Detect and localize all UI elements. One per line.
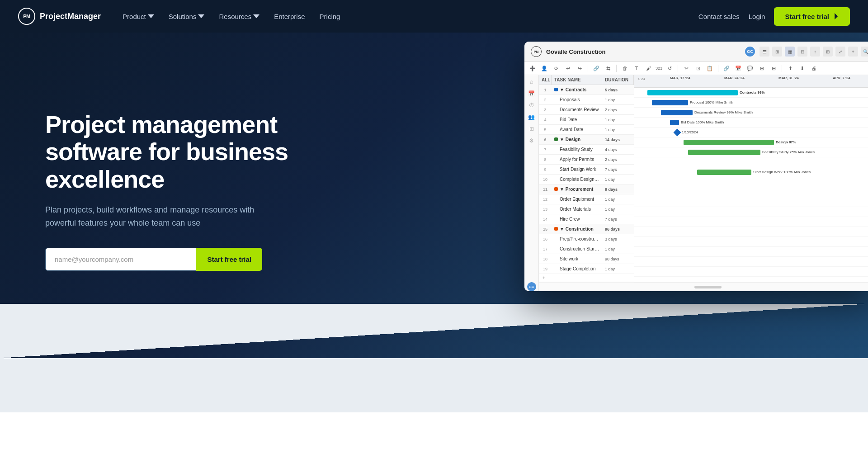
bar-row-16 (634, 237, 868, 247)
nav-solutions[interactable]: Solutions (163, 9, 210, 24)
table-icon[interactable]: ⊟ (797, 47, 807, 57)
table-row: 4 Bid Date 1 day (539, 115, 634, 125)
bar-row-8 (634, 157, 868, 167)
gantt-project-title: Govalle Construction (546, 48, 741, 55)
col-task-name: TASK NAME (552, 75, 602, 85)
bar-row-4: Bid Date 100% Mike Smith (634, 118, 868, 128)
divider5 (782, 65, 782, 72)
bar-row-12 (634, 197, 868, 207)
nav-enterprise[interactable]: Enterprise (269, 9, 310, 24)
bar-label-contracts: Contracts 99% (740, 90, 765, 95)
bar-label-award: 1/10/2024 (682, 130, 698, 134)
bar-label-bid: Bid Date 100% Mike Smith (681, 120, 724, 124)
paste-btn[interactable]: 📋 (705, 64, 714, 73)
unlink-btn[interactable]: ⇆ (604, 64, 613, 73)
count-label: 323 (656, 66, 662, 71)
table-row: 18 Site work 90 days (539, 254, 634, 264)
expand-icon[interactable]: ⤢ (835, 47, 845, 57)
clock-icon[interactable]: ⏱ (529, 102, 534, 109)
gantt-toolbar2: ➕ 👤 ⟳ ↩ ↪ 🔗 ⇆ 🗑 T 🖌 323 ↺ ✂ ⊡ 📋 🔗 (524, 62, 868, 75)
gantt-chart: 0'24 MAR, 17 '24 MAR, 24 '24 MAR, 31 '24… (634, 75, 868, 282)
table-row: 13 Order Materials 1 day (539, 204, 634, 214)
copy-btn[interactable]: ⊡ (693, 64, 703, 73)
bar-contracts (647, 90, 738, 95)
chart-icon[interactable]: ↑ (810, 47, 820, 57)
bar-row-18 (634, 257, 868, 267)
people-icon[interactable]: 👥 (528, 114, 535, 120)
gantt-main: ALL TASK NAME DURATION 1 ▼ Contracts 5 d… (539, 75, 868, 291)
bar-row-14 (634, 217, 868, 227)
gantt-pm-icon: PM (531, 46, 542, 57)
start-trial-button-hero[interactable]: Start free trial (196, 248, 262, 271)
table-row: 17 Construction Start Date 1 day (539, 244, 634, 254)
format-icon[interactable]: ⊞ (772, 47, 782, 57)
divider1 (588, 65, 588, 72)
home-icon[interactable]: ⌂ (530, 79, 533, 85)
delete-btn[interactable]: 🗑 (620, 64, 629, 73)
gantt-scrollbar[interactable] (694, 286, 722, 288)
plus-icon[interactable]: + (848, 47, 858, 57)
email-input[interactable] (45, 248, 196, 271)
rows-btn[interactable]: ⊞ (757, 64, 766, 73)
add-person-btn[interactable]: 👤 (540, 64, 549, 73)
undo-btn[interactable]: ↩ (563, 64, 572, 73)
link2-btn[interactable]: 🔗 (592, 64, 601, 73)
login-link[interactable]: Login (749, 13, 765, 20)
settings-icon[interactable]: ⚙ (529, 137, 534, 144)
bar-row-11 (634, 187, 868, 197)
bar-row-1: Contracts 99% (634, 88, 868, 98)
hero-content: Project management software for business… (45, 111, 298, 271)
nav-product[interactable]: Product (117, 9, 160, 24)
calendar-icon[interactable]: 📅 (528, 90, 535, 97)
nav-resources[interactable]: Resources (213, 9, 265, 24)
bar-design (684, 140, 774, 145)
paint-btn[interactable]: 🖌 (644, 64, 653, 73)
table-row: 3 Documents Review 2 days (539, 105, 634, 115)
add-task-btn[interactable]: ➕ (528, 64, 537, 73)
bar-label-design-work: Start Design Work 100% Ana Jones (753, 170, 811, 174)
text-btn[interactable]: T (632, 64, 641, 73)
grid-icon[interactable]: ⊞ (823, 47, 833, 57)
menu-icon[interactable]: ☰ (760, 47, 769, 57)
gantt-task-list: ALL TASK NAME DURATION 1 ▼ Contracts 5 d… (539, 75, 634, 282)
cols-btn[interactable]: ⊟ (769, 64, 778, 73)
link3-btn[interactable]: 🔗 (722, 64, 731, 73)
search-icon[interactable]: 🔍 (861, 47, 868, 57)
bar-feasibility (688, 150, 760, 155)
avatar-small[interactable]: GC (527, 282, 536, 291)
navbar-right: Contact sales Login Start free trial (698, 7, 850, 26)
arrow-right-icon (833, 13, 839, 19)
bar-label-design: Design 87% (776, 140, 796, 144)
table-row: 19 Stage Completion 1 day (539, 264, 634, 274)
comment-btn[interactable]: 💬 (745, 64, 755, 73)
gantt-view-icon[interactable]: ▦ (785, 47, 795, 57)
bar-row-19 (634, 267, 868, 277)
link-btn[interactable]: ⟳ (552, 64, 561, 73)
bar-row-15 (634, 227, 868, 237)
nav-pricing[interactable]: Pricing (314, 9, 346, 24)
gantt-table-area: ALL TASK NAME DURATION 1 ▼ Contracts 5 d… (539, 75, 868, 282)
redo-btn[interactable]: ↪ (575, 64, 584, 73)
chevron-down-icon (148, 13, 154, 19)
col-duration: DURATION (602, 75, 634, 85)
add-row-btn[interactable]: + (539, 274, 634, 282)
logo[interactable]: PM ProjectManager (18, 8, 101, 25)
start-trial-button-nav[interactable]: Start free trial (774, 7, 850, 26)
table-row: 14 Hire Crew 7 days (539, 214, 634, 224)
print-btn[interactable]: 🖨 (809, 64, 818, 73)
gantt-titlebar: PM Govalle Construction GC ☰ ⊞ ▦ ⊟ ↑ ⊞ ⤢… (524, 42, 868, 62)
contact-sales-link[interactable]: Contact sales (698, 13, 740, 20)
bar-docs (661, 110, 693, 115)
table-row: 2 Proposals 1 day (539, 95, 634, 105)
cut-btn[interactable]: ✂ (682, 64, 691, 73)
download-btn[interactable]: ⬇ (797, 64, 807, 73)
bar-label-docs: Documents Review 99% Mike Smith (694, 110, 753, 114)
navbar-left: PM ProjectManager Product Solutions Reso… (18, 8, 345, 25)
bar-row-5: 1/10/2024 (634, 128, 868, 137)
layers-icon[interactable]: ⊞ (529, 126, 534, 132)
date-mar31: MAR, 31 '24 (778, 76, 799, 80)
milestone-award (674, 129, 681, 137)
refresh-btn[interactable]: ↺ (665, 64, 674, 73)
upload-btn[interactable]: ⬆ (786, 64, 795, 73)
cal-btn[interactable]: 📅 (734, 64, 743, 73)
